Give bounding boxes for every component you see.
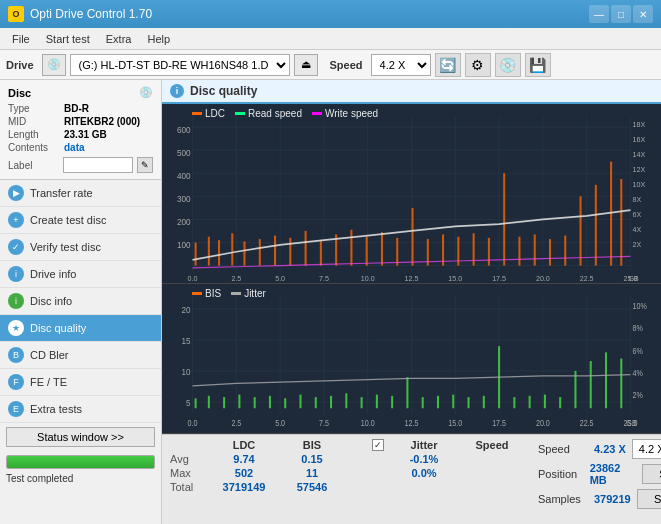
speed-label: Speed [538, 443, 588, 455]
label-input[interactable] [63, 157, 133, 173]
svg-text:10X: 10X [632, 180, 645, 190]
svg-rect-130 [452, 394, 454, 408]
svg-text:300: 300 [177, 194, 191, 205]
svg-rect-114 [208, 396, 210, 408]
jitter-legend: Jitter [231, 288, 266, 299]
speed-col-header: Speed [462, 439, 522, 451]
write-legend: Write speed [312, 108, 378, 119]
sidebar-item-verify-test-disc[interactable]: ✓ Verify test disc [0, 234, 161, 261]
menu-extra[interactable]: Extra [98, 31, 140, 47]
svg-rect-140 [605, 352, 607, 408]
svg-rect-52 [274, 236, 276, 266]
svg-rect-137 [559, 397, 561, 408]
status-text: Test completed [0, 471, 161, 486]
drive-icon-btn[interactable]: 💿 [42, 54, 66, 76]
type-label: Type [8, 103, 60, 114]
avg-jitter: -0.1% [394, 453, 454, 465]
disc-panel: Disc 💿 Type BD-R MID RITEKBR2 (000) Leng… [0, 80, 161, 180]
svg-rect-51 [259, 239, 261, 266]
sidebar-item-fe-te[interactable]: F FE / TE [0, 369, 161, 396]
sidebar-item-disc-info[interactable]: i Disc info [0, 288, 161, 315]
svg-rect-48 [218, 240, 220, 265]
svg-text:17.5: 17.5 [492, 418, 506, 428]
menu-help[interactable]: Help [139, 31, 178, 47]
svg-rect-49 [231, 233, 233, 265]
label-edit-button[interactable]: ✎ [137, 157, 153, 173]
disc-button[interactable]: 💿 [495, 53, 521, 77]
sidebar-item-transfer-rate[interactable]: ▶ Transfer rate [0, 180, 161, 207]
disc-quality-icon: ★ [8, 320, 24, 336]
speed-select[interactable]: 4.2 X [632, 439, 661, 459]
transfer-rate-label: Transfer rate [30, 187, 93, 199]
svg-rect-132 [483, 396, 485, 408]
svg-rect-128 [422, 397, 424, 408]
drive-label: Drive [6, 59, 34, 71]
eject-button[interactable]: ⏏ [294, 54, 318, 76]
max-bis: 11 [282, 467, 342, 479]
menu-starttest[interactable]: Start test [38, 31, 98, 47]
svg-text:20.0: 20.0 [536, 418, 550, 428]
mid-label: MID [8, 116, 60, 127]
svg-text:200: 200 [177, 217, 191, 228]
maximize-button[interactable]: □ [611, 5, 631, 23]
svg-rect-124 [361, 397, 363, 408]
svg-rect-68 [518, 237, 520, 266]
extra-tests-icon: E [8, 401, 24, 417]
svg-text:12X: 12X [632, 165, 645, 175]
sidebar-item-create-test-disc[interactable]: + Create test disc [0, 207, 161, 234]
position-label: Position [538, 468, 584, 480]
minimize-button[interactable]: — [589, 5, 609, 23]
svg-text:15: 15 [181, 335, 190, 346]
sidebar-item-disc-quality[interactable]: ★ Disc quality [0, 315, 161, 342]
svg-text:400: 400 [177, 171, 191, 182]
svg-rect-139 [590, 361, 592, 408]
start-part-button[interactable]: Start part [637, 489, 661, 509]
svg-text:18X: 18X [632, 120, 645, 130]
drive-info-icon: i [8, 266, 24, 282]
svg-rect-61 [412, 208, 414, 266]
progress-bar-fill [7, 456, 154, 468]
label-label: Label [8, 160, 59, 171]
svg-rect-75 [620, 179, 622, 266]
svg-rect-54 [305, 231, 307, 266]
svg-rect-55 [320, 240, 322, 265]
svg-text:8%: 8% [632, 323, 642, 333]
close-button[interactable]: ✕ [633, 5, 653, 23]
bottom-chart-svg: 20 15 10 5 10% 8% 6% 4% 2% 0.0 2.5 5.0 7… [162, 284, 661, 433]
transfer-rate-icon: ▶ [8, 185, 24, 201]
svg-rect-69 [534, 234, 536, 265]
svg-rect-123 [345, 393, 347, 408]
refresh-button[interactable]: 🔄 [435, 53, 461, 77]
svg-text:GB: GB [628, 273, 638, 283]
progress-section [0, 451, 161, 471]
svg-rect-125 [376, 394, 378, 408]
sidebar-item-extra-tests[interactable]: E Extra tests [0, 396, 161, 423]
svg-text:10%: 10% [632, 301, 646, 311]
read-legend-color [235, 112, 245, 115]
save-button[interactable]: 💾 [525, 53, 551, 77]
status-window-button[interactable]: Status window >> [6, 427, 155, 447]
start-full-button[interactable]: Start full [642, 464, 661, 484]
jitter-checkbox[interactable]: ✓ [372, 439, 384, 451]
svg-text:17.5: 17.5 [492, 273, 506, 283]
sidebar-item-cd-bler[interactable]: B CD Bler [0, 342, 161, 369]
menu-file[interactable]: File [4, 31, 38, 47]
svg-text:14X: 14X [632, 150, 645, 160]
svg-rect-131 [468, 397, 470, 408]
svg-rect-50 [243, 241, 245, 265]
speed-select[interactable]: 4.2 X [371, 54, 431, 76]
titlebar: O Opti Drive Control 1.70 — □ ✕ [0, 0, 661, 28]
contents-value: data [64, 142, 85, 153]
drive-select[interactable]: (G:) HL-DT-ST BD-RE WH16NS48 1.D3 [70, 54, 290, 76]
svg-rect-67 [503, 173, 505, 265]
svg-rect-134 [513, 397, 515, 408]
svg-rect-141 [620, 358, 622, 408]
svg-rect-118 [269, 396, 271, 408]
svg-text:7.5: 7.5 [319, 418, 329, 428]
svg-text:5.0: 5.0 [275, 418, 285, 428]
top-chart-svg: 600 500 400 300 200 100 18X 16X 14X 12X … [162, 104, 661, 283]
cd-bler-label: CD Bler [30, 349, 69, 361]
settings-button[interactable]: ⚙ [465, 53, 491, 77]
jitter-col-header: Jitter [394, 439, 454, 451]
sidebar-item-drive-info[interactable]: i Drive info [0, 261, 161, 288]
